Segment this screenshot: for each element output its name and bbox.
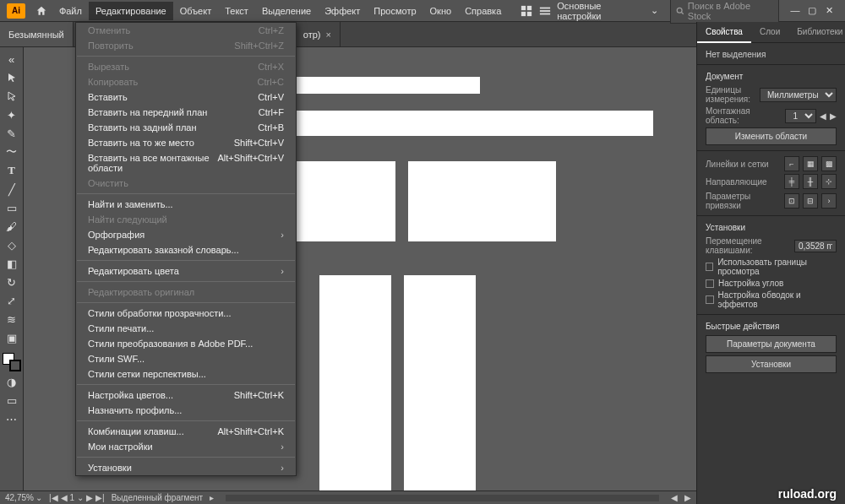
menu-item[interactable]: Стили SWF... xyxy=(76,351,296,366)
chevron-down-icon: ⌄ xyxy=(651,5,658,16)
menu-окно[interactable]: Окно xyxy=(423,2,459,20)
transparency-grid-icon[interactable]: ▩ xyxy=(821,156,837,171)
scale-strokes-checkbox[interactable]: Настройка обводок и эффектов xyxy=(706,290,837,309)
menu-item[interactable]: Орфография› xyxy=(76,227,296,242)
tab-close-icon[interactable]: × xyxy=(325,30,330,40)
close-icon[interactable]: ✕ xyxy=(823,5,835,16)
quick-actions-title: Быстрые действия xyxy=(706,322,837,331)
screen-mode-icon[interactable]: ▭ xyxy=(2,392,22,409)
document-setup-button[interactable]: Параметры документа xyxy=(706,335,837,353)
workspace-preset[interactable]: Основные настройки ⌄ xyxy=(552,0,663,23)
units-select[interactable]: Миллиметры xyxy=(760,88,837,102)
menu-item[interactable]: Настройка цветов...Shift+Ctrl+K xyxy=(76,387,296,403)
shaper-tool[interactable]: ◇ xyxy=(2,236,22,253)
ruler-icon[interactable]: ⌐ xyxy=(784,156,799,171)
zoom-control[interactable]: 42,75% ⌄ xyxy=(5,493,42,502)
menu-item[interactable]: Вставить на то же местоShift+Ctrl+V xyxy=(76,135,296,150)
menu-item[interactable]: Редактировать заказной словарь... xyxy=(76,242,296,257)
direct-selection-tool[interactable] xyxy=(2,88,22,105)
rotate-tool[interactable]: ↻ xyxy=(2,274,22,290)
fill-stroke-swatch[interactable] xyxy=(3,353,21,371)
selection-tool[interactable] xyxy=(2,69,22,86)
smart-guides-icon[interactable]: ⊹ xyxy=(821,174,837,189)
menu-item[interactable]: Назначить профиль... xyxy=(76,403,296,418)
snap-more-icon[interactable]: › xyxy=(821,193,837,209)
menu-item[interactable]: Стили сетки перспективы... xyxy=(76,366,296,382)
next-icon[interactable]: ▶ xyxy=(86,493,93,502)
menu-item[interactable]: Стили печати... xyxy=(76,321,296,336)
artboard[interactable] xyxy=(408,161,556,241)
free-transform-tool[interactable]: ▣ xyxy=(2,329,22,346)
menu-справка[interactable]: Справка xyxy=(458,2,508,20)
draw-mode-icon[interactable]: ◑ xyxy=(2,373,22,390)
menu-item[interactable]: Редактировать цвета› xyxy=(76,263,296,279)
menu-редактирование[interactable]: Редактирование xyxy=(89,2,173,20)
collapse-icon[interactable]: « xyxy=(2,51,22,68)
scale-corners-checkbox[interactable]: Настройка углов xyxy=(706,279,837,288)
menu-файл[interactable]: Файл xyxy=(52,2,89,20)
wand-tool[interactable]: ✦ xyxy=(2,106,22,123)
artboard-nav[interactable]: |◀ ◀ 1 ⌄ ▶ ▶| xyxy=(49,493,105,502)
menu-item[interactable]: Установки› xyxy=(76,460,296,475)
prev-icon[interactable]: ◀ xyxy=(61,493,68,502)
artboard[interactable] xyxy=(252,111,653,136)
menu-item: Редактировать оригинал xyxy=(76,285,296,300)
view-mode-icon[interactable] xyxy=(538,4,552,18)
edit-toolbar-icon[interactable]: ⋯ xyxy=(2,410,22,427)
tab-layers[interactable]: Слои xyxy=(751,22,788,42)
snap-pixel-icon[interactable]: ⊡ xyxy=(784,193,799,209)
guides-lock-icon[interactable]: ╫ xyxy=(803,174,818,189)
next-artboard-icon[interactable]: ▶ xyxy=(830,111,837,121)
menu-текст[interactable]: Текст xyxy=(218,2,255,20)
menu-item[interactable]: Комбинации клавиш...Alt+Shift+Ctrl+K xyxy=(76,424,296,439)
tab-libraries[interactable]: Библиотеки xyxy=(788,22,845,42)
guides-show-icon[interactable]: ╪ xyxy=(784,174,799,189)
preview-bounds-checkbox[interactable]: Использовать границы просмотра xyxy=(706,257,837,276)
menu-item[interactable]: Вставить на передний планCtrl+F xyxy=(76,105,296,120)
keymove-input[interactable] xyxy=(794,240,837,252)
eraser-tool[interactable]: ◧ xyxy=(2,255,22,272)
first-icon[interactable]: |◀ xyxy=(49,493,58,502)
menu-item[interactable]: Мои настройки› xyxy=(76,439,296,454)
tools-toolbar: « ✦ ✎ 〜 T ╱ ▭ 🖌 ◇ ◧ ↻ ⤢ ≋ ▣ ◑ ▭ ⋯ xyxy=(0,47,24,490)
horizontal-scrollbar[interactable] xyxy=(226,495,659,501)
menu-эффект[interactable]: Эффект xyxy=(318,2,367,20)
width-tool[interactable]: ≋ xyxy=(2,311,22,328)
stock-search[interactable]: Поиск в Adobe Stock xyxy=(670,0,779,24)
home-icon[interactable] xyxy=(35,5,47,17)
artboard[interactable] xyxy=(404,275,476,499)
last-icon[interactable]: ▶| xyxy=(95,493,105,502)
document-tab[interactable]: Безымянный xyxy=(0,22,74,46)
preferences-button[interactable]: Установки xyxy=(706,355,837,373)
prev-artboard-icon[interactable]: ◀ xyxy=(820,111,826,121)
tab-title: Безымянный xyxy=(8,30,64,40)
menu-item[interactable]: Стили преобразования в Adobe PDF... xyxy=(76,336,296,351)
menu-item[interactable]: ВставитьCtrl+V xyxy=(76,89,296,105)
menu-просмотр[interactable]: Просмотр xyxy=(367,2,422,20)
arrange-icon[interactable] xyxy=(520,4,533,18)
tab-properties[interactable]: Свойства xyxy=(697,22,751,43)
menu-выделение[interactable]: Выделение xyxy=(255,2,318,20)
snap-point-icon[interactable]: ⊟ xyxy=(803,193,818,209)
scroll-right-icon[interactable]: ▶ xyxy=(684,493,691,502)
scale-tool[interactable]: ⤢ xyxy=(2,292,22,309)
minimize-icon[interactable]: — xyxy=(789,5,801,16)
pen-tool[interactable]: ✎ xyxy=(2,125,22,142)
menu-item[interactable]: Стили обработки прозрачности... xyxy=(76,306,296,321)
artboard-number: 1 xyxy=(70,493,75,502)
scroll-left-icon[interactable]: ◀ xyxy=(671,493,678,502)
menu-объект[interactable]: Объект xyxy=(173,2,218,20)
menu-item[interactable]: Вставить на все монтажные областиAlt+Shi… xyxy=(76,150,296,176)
brush-tool[interactable]: 🖌 xyxy=(2,218,22,235)
menu-item[interactable]: Вставить на задний планCtrl+B xyxy=(76,120,296,135)
edit-artboards-button[interactable]: Изменить области xyxy=(706,127,837,145)
curvature-tool[interactable]: 〜 xyxy=(2,144,22,160)
type-tool[interactable]: T xyxy=(2,162,22,179)
grid-icon[interactable]: ▦ xyxy=(803,156,818,171)
maximize-icon[interactable]: ▢ xyxy=(806,5,818,16)
artboard[interactable] xyxy=(319,275,391,499)
menu-item[interactable]: Найти и заменить... xyxy=(76,197,296,212)
artboard-select[interactable]: 1 xyxy=(785,109,816,123)
line-tool[interactable]: ╱ xyxy=(2,181,22,198)
rectangle-tool[interactable]: ▭ xyxy=(2,199,22,216)
